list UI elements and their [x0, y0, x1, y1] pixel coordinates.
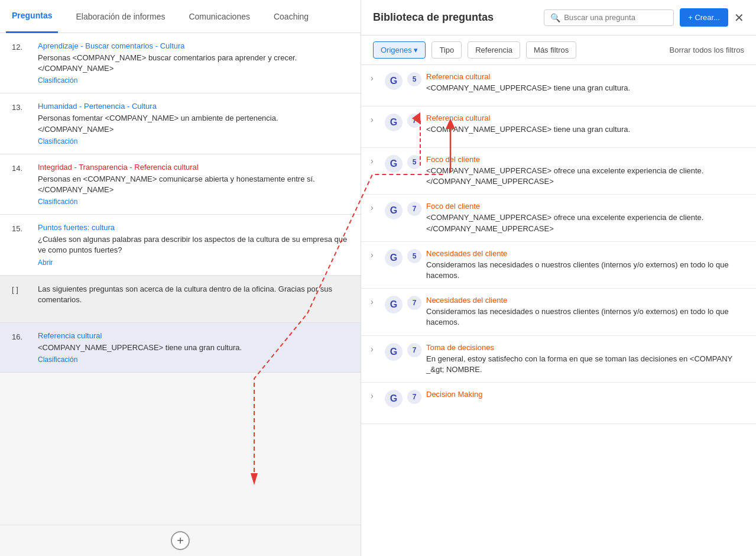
q-body: ¿Cuáles son algunas palabras para descri…: [38, 234, 349, 256]
q-body: Personas en <COMPANY_NAME> comunicarse a…: [38, 174, 349, 195]
expand-icon[interactable]: ›: [371, 296, 380, 306]
filter-bar: Origenes ▾ Tipo Referencia Más filtros B…: [361, 35, 756, 65]
lib-content: Toma de decisiones En general, estoy sat…: [426, 343, 747, 375]
q-content: Puntos fuertes: cultura ¿Cuáles son algu…: [38, 223, 349, 266]
expand-icon[interactable]: ›: [371, 72, 380, 83]
lib-content: Necesidades del cliente Consideramos las…: [426, 296, 747, 328]
lib-content: Decision Making: [426, 390, 747, 400]
add-question-button[interactable]: +: [171, 531, 190, 550]
lib-content: Foco del cliente <COMPANY_NAME_UPPERCASE…: [426, 155, 747, 187]
lib-item: › G 7 Foco del cliente <COMPANY_NAME_UPP…: [361, 195, 756, 241]
nav-preguntas[interactable]: Preguntas: [6, 0, 58, 33]
right-panel: Biblioteca de preguntas 🔍 + Crear... ✕ O…: [361, 0, 756, 556]
q-content: Aprendizaje - Buscar comentarios - Cultu…: [38, 41, 349, 85]
lib-text: <COMPANY_NAME_UPPERCASE> ofrece una exce…: [426, 166, 747, 187]
lib-item: › G 7 Necesidades del cliente Consideram…: [361, 289, 756, 335]
add-button-row: +: [0, 525, 361, 556]
lib-count: 7: [407, 114, 421, 128]
lib-content: Foco del cliente <COMPANY_NAME_UPPERCASE…: [426, 202, 747, 234]
filter-mas[interactable]: Más filtros: [526, 41, 576, 59]
lib-count: 5: [407, 249, 421, 263]
q-content: Las siguientes preguntas son acerca de l…: [38, 284, 349, 314]
q-title: Referencia cultural: [38, 331, 349, 340]
q-body: Las siguientes preguntas son acerca de l…: [38, 284, 349, 305]
expand-icon[interactable]: ›: [371, 202, 380, 212]
top-nav: Preguntas Elaboración de informes Comuni…: [0, 0, 361, 33]
question-bracket-item: [ ] Las siguientes preguntas son acerca …: [0, 276, 361, 323]
library-list: › G 5 Referencia cultural <COMPANY_NAME_…: [361, 65, 756, 556]
lib-text: Consideramos las necesidades o nuestros …: [426, 306, 747, 328]
question-item: 15. Puntos fuertes: cultura ¿Cuáles son …: [0, 215, 361, 275]
lib-count: 7: [407, 296, 421, 310]
q-title: Puntos fuertes: cultura: [38, 223, 349, 232]
lib-item: › G 5 Foco del cliente <COMPANY_NAME_UPP…: [361, 148, 756, 195]
search-icon: 🔍: [550, 13, 560, 22]
q-type: Clasificación: [38, 198, 349, 206]
lib-text: Consideramos las necesidades o nuestros …: [426, 260, 747, 281]
q-number: 12.: [12, 41, 30, 85]
q-content: Integridad - Transparencia - Referencia …: [38, 163, 349, 206]
lib-avatar: G: [385, 114, 403, 131]
q-body: <COMPANY_NAME_UPPERCASE> tiene una gran …: [38, 342, 349, 353]
q-number: 15.: [12, 223, 30, 266]
lib-content: Necesidades del cliente Consideramos las…: [426, 249, 747, 281]
lib-text: En general, estoy satisfecho con la form…: [426, 354, 747, 375]
q-bracket: [ ]: [12, 284, 30, 314]
expand-icon[interactable]: ›: [371, 390, 380, 400]
q-title: Aprendizaje - Buscar comentarios - Cultu…: [38, 41, 349, 50]
lib-count: 5: [407, 155, 421, 169]
question-item: 14. Integridad - Transparencia - Referen…: [0, 154, 361, 215]
search-input[interactable]: [564, 13, 667, 22]
question-item: 12. Aprendizaje - Buscar comentarios - C…: [0, 33, 361, 93]
close-button[interactable]: ✕: [734, 12, 744, 24]
expand-icon[interactable]: ›: [371, 249, 380, 260]
clear-filters[interactable]: Borrar todos los filtros: [670, 46, 744, 54]
library-header: Biblioteca de preguntas 🔍 + Crear... ✕: [361, 0, 756, 35]
lib-text: <COMPANY_NAME_UPPERCASE> tiene una gran …: [426, 124, 747, 135]
expand-icon[interactable]: ›: [371, 114, 380, 124]
lib-item: › G 7 Toma de decisiones En general, est…: [361, 336, 756, 383]
lib-category: Necesidades del cliente: [426, 296, 747, 305]
lib-avatar: G: [385, 343, 403, 361]
q-type: Clasificación: [38, 355, 349, 364]
lib-avatar: G: [385, 249, 403, 267]
lib-text: <COMPANY_NAME_UPPERCASE> ofrece una exce…: [426, 212, 747, 234]
header-actions: 🔍 + Crear... ✕: [544, 8, 744, 27]
search-box[interactable]: 🔍: [544, 9, 674, 26]
lib-content: Referencia cultural <COMPANY_NAME_UPPERC…: [426, 72, 747, 93]
lib-category: Referencia cultural: [426, 114, 747, 122]
lib-category: Decision Making: [426, 390, 747, 399]
lib-avatar: G: [385, 202, 403, 219]
lib-item: › G 7 Referencia cultural <COMPANY_NAME_…: [361, 106, 756, 148]
expand-icon[interactable]: ›: [371, 155, 380, 166]
nav-comunicaciones[interactable]: Comunicaciones: [183, 0, 256, 33]
lib-item: › G 7 Decision Making: [361, 383, 756, 424]
create-button[interactable]: + Crear...: [680, 8, 728, 27]
lib-avatar: G: [385, 72, 403, 90]
q-body: Personas fomentar <COMPANY_NAME> un ambi…: [38, 113, 349, 134]
lib-category: Referencia cultural: [426, 72, 747, 81]
lib-category: Foco del cliente: [426, 155, 747, 164]
library-title: Biblioteca de preguntas: [373, 11, 494, 24]
lib-avatar: G: [385, 390, 403, 408]
q-title: Integridad - Transparencia - Referencia …: [38, 163, 349, 172]
questions-list: 12. Aprendizaje - Buscar comentarios - C…: [0, 33, 361, 525]
lib-avatar: G: [385, 155, 403, 173]
q-number: 13.: [12, 102, 30, 145]
lib-category: Necesidades del cliente: [426, 249, 747, 258]
q-content: Humanidad - Pertenencia - Cultura Person…: [38, 102, 349, 145]
q-type: Abrir: [38, 258, 349, 267]
question-item-highlighted: 16. Referencia cultural <COMPANY_NAME_UP…: [0, 323, 361, 373]
q-number: 16.: [12, 331, 30, 364]
lib-item: › G 5 Referencia cultural <COMPANY_NAME_…: [361, 65, 756, 106]
q-type: Clasificación: [38, 76, 349, 85]
expand-icon[interactable]: ›: [371, 343, 380, 354]
filter-origenes[interactable]: Origenes ▾: [373, 41, 426, 59]
filter-referencia[interactable]: Referencia: [468, 41, 520, 59]
nav-coaching[interactable]: Coaching: [268, 0, 314, 33]
filter-tipo[interactable]: Tipo: [431, 41, 462, 59]
lib-count: 5: [407, 72, 421, 86]
q-body: Personas <COMPANY_NAME> buscar comentari…: [38, 53, 349, 74]
lib-text: <COMPANY_NAME_UPPERCASE> tiene una gran …: [426, 83, 747, 93]
nav-informes[interactable]: Elaboración de informes: [70, 0, 171, 33]
